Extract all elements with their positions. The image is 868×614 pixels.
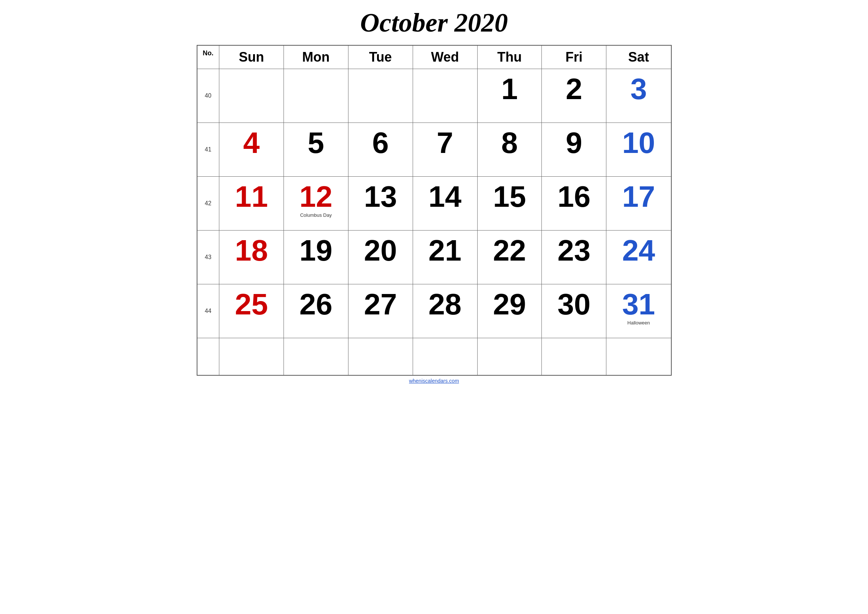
day-cell: 13 — [348, 177, 413, 231]
day-cell: 19 — [284, 231, 348, 284]
day-number: 28 — [416, 287, 474, 319]
day-number: 19 — [287, 233, 345, 265]
calendar: No. Sun Mon Tue Wed Thu Fri Sat 40123414… — [197, 45, 672, 376]
day-number: 18 — [222, 233, 281, 265]
header-thu: Thu — [477, 45, 542, 69]
day-number: 30 — [545, 287, 603, 319]
day-number: 9 — [545, 125, 603, 158]
day-cell: 1 — [477, 69, 542, 123]
day-number: 12 — [287, 179, 345, 212]
day-cell: 14 — [413, 177, 477, 231]
day-cell: 24 — [606, 231, 671, 284]
day-cell — [477, 338, 542, 375]
day-cell: 8 — [477, 123, 542, 177]
day-cell: 26 — [284, 284, 348, 338]
day-cell: 22 — [477, 231, 542, 284]
week-number: 41 — [197, 123, 219, 177]
day-number: 24 — [609, 233, 668, 265]
day-number: 23 — [545, 233, 603, 265]
day-cell — [413, 338, 477, 375]
day-number: 22 — [480, 233, 539, 265]
day-cell: 23 — [542, 231, 606, 284]
week-number: 44 — [197, 284, 219, 338]
day-number: 15 — [480, 179, 539, 212]
header-no: No. — [197, 45, 219, 69]
day-number: 16 — [545, 179, 603, 212]
day-number: 1 — [480, 71, 539, 104]
header-mon: Mon — [284, 45, 348, 69]
header-sun: Sun — [219, 45, 284, 69]
day-cell: 11 — [219, 177, 284, 231]
day-cell: 4 — [219, 123, 284, 177]
day-number: 10 — [609, 125, 668, 158]
day-number: 13 — [352, 179, 410, 212]
day-cell: 25 — [219, 284, 284, 338]
day-cell: 27 — [348, 284, 413, 338]
day-cell — [413, 69, 477, 123]
day-number: 20 — [352, 233, 410, 265]
day-number: 6 — [352, 125, 410, 158]
week-number: 42 — [197, 177, 219, 231]
day-number: 25 — [222, 287, 281, 319]
header-tue: Tue — [348, 45, 413, 69]
day-number: 14 — [416, 179, 474, 212]
day-cell: 10 — [606, 123, 671, 177]
day-cell — [219, 338, 284, 375]
day-cell — [219, 69, 284, 123]
day-number: 26 — [287, 287, 345, 319]
day-cell — [348, 69, 413, 123]
day-cell: 21 — [413, 231, 477, 284]
page-title: October 2020 — [360, 8, 508, 38]
day-cell: 20 — [348, 231, 413, 284]
week-number: 40 — [197, 69, 219, 123]
holiday-label: Halloween — [609, 320, 668, 326]
day-cell: 17 — [606, 177, 671, 231]
day-number: 17 — [609, 179, 668, 212]
day-cell: 29 — [477, 284, 542, 338]
day-cell: 12Columbus Day — [284, 177, 348, 231]
day-cell: 2 — [542, 69, 606, 123]
week-number: 43 — [197, 231, 219, 284]
day-cell: 9 — [542, 123, 606, 177]
day-cell: 3 — [606, 69, 671, 123]
day-cell — [284, 69, 348, 123]
day-number: 27 — [352, 287, 410, 319]
day-cell: 28 — [413, 284, 477, 338]
day-cell: 15 — [477, 177, 542, 231]
header-fri: Fri — [542, 45, 606, 69]
day-number: 29 — [480, 287, 539, 319]
day-cell: 16 — [542, 177, 606, 231]
day-cell — [348, 338, 413, 375]
header-wed: Wed — [413, 45, 477, 69]
week-number — [197, 338, 219, 375]
header-sat: Sat — [606, 45, 671, 69]
day-cell: 31Halloween — [606, 284, 671, 338]
day-cell: 18 — [219, 231, 284, 284]
day-number: 4 — [222, 125, 281, 158]
day-cell: 7 — [413, 123, 477, 177]
day-number: 21 — [416, 233, 474, 265]
day-cell — [542, 338, 606, 375]
day-cell — [606, 338, 671, 375]
day-cell: 5 — [284, 123, 348, 177]
day-cell — [284, 338, 348, 375]
footer-link[interactable]: wheniscalendars.com — [409, 378, 459, 384]
day-cell: 30 — [542, 284, 606, 338]
day-number: 2 — [545, 71, 603, 104]
day-number: 31 — [609, 287, 668, 319]
holiday-label: Columbus Day — [287, 212, 345, 218]
day-number: 7 — [416, 125, 474, 158]
day-cell: 6 — [348, 123, 413, 177]
day-number: 8 — [480, 125, 539, 158]
day-number: 11 — [222, 179, 281, 212]
day-number: 3 — [609, 71, 668, 104]
calendar-table: No. Sun Mon Tue Wed Thu Fri Sat 40123414… — [197, 45, 672, 376]
day-number: 5 — [287, 125, 345, 158]
